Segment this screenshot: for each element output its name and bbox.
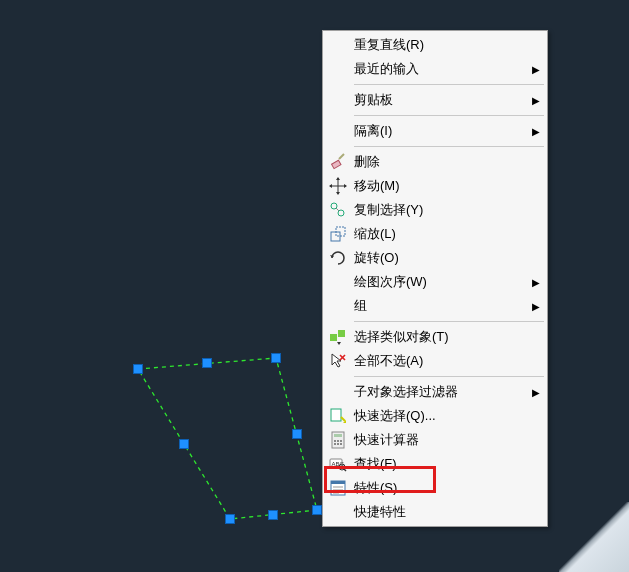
svg-point-29 xyxy=(337,443,339,445)
menu-label: 全部不选(A) xyxy=(352,352,546,370)
spacer-icon xyxy=(324,270,352,294)
menu-label: 复制选择(Y) xyxy=(352,201,546,219)
menu-label: 特性(S) xyxy=(352,479,546,497)
grip-handle[interactable] xyxy=(268,510,278,520)
move-icon xyxy=(324,174,352,198)
grip-handle[interactable] xyxy=(179,439,189,449)
spacer-icon xyxy=(324,500,352,524)
menu-label: 子对象选择过滤器 xyxy=(352,383,530,401)
svg-marker-18 xyxy=(332,354,341,367)
rotate-icon xyxy=(324,246,352,270)
grip-handle[interactable] xyxy=(271,353,281,363)
grip-handle[interactable] xyxy=(133,364,143,374)
svg-text:ABC: ABC xyxy=(332,461,345,467)
spacer-icon xyxy=(324,57,352,81)
find-icon: ABC xyxy=(324,452,352,476)
menu-label: 移动(M) xyxy=(352,177,546,195)
menu-scale[interactable]: 缩放(L) xyxy=(324,222,546,246)
context-menu: 重复直线(R) 最近的输入 ▶ 剪贴板 ▶ 隔离(I) ▶ 删除 xyxy=(322,30,548,527)
svg-point-26 xyxy=(337,440,339,442)
menu-quick-calc[interactable]: 快速计算器 xyxy=(324,428,546,452)
menu-label: 组 xyxy=(352,297,530,315)
menu-label: 快速选择(Q)... xyxy=(352,407,546,425)
grip-handle[interactable] xyxy=(292,429,302,439)
menu-quick-select[interactable]: 快速选择(Q)... xyxy=(324,404,546,428)
submenu-arrow-icon: ▶ xyxy=(530,126,546,137)
menu-rotate[interactable]: 旋转(O) xyxy=(324,246,546,270)
menu-separator xyxy=(354,321,544,322)
menu-label: 快捷特性 xyxy=(352,503,546,521)
submenu-arrow-icon: ▶ xyxy=(530,387,546,398)
svg-marker-6 xyxy=(336,192,340,195)
svg-rect-15 xyxy=(330,334,337,341)
erase-icon xyxy=(324,150,352,174)
menu-deselect-all[interactable]: 全部不选(A) xyxy=(324,349,546,373)
select-similar-icon xyxy=(324,325,352,349)
menu-label: 重复直线(R) xyxy=(352,36,546,54)
menu-subobject-filter[interactable]: 子对象选择过滤器 ▶ xyxy=(324,380,546,404)
svg-rect-16 xyxy=(338,330,345,337)
svg-line-2 xyxy=(339,154,344,159)
menu-quick-properties[interactable]: 快捷特性 xyxy=(324,500,546,524)
svg-rect-1 xyxy=(332,160,341,168)
svg-line-11 xyxy=(336,208,339,211)
svg-marker-5 xyxy=(336,177,340,180)
svg-point-28 xyxy=(334,443,336,445)
scale-icon xyxy=(324,222,352,246)
svg-rect-24 xyxy=(334,434,342,437)
grip-handle[interactable] xyxy=(225,514,235,524)
menu-separator xyxy=(354,376,544,377)
spacer-icon xyxy=(324,88,352,112)
spacer-icon xyxy=(324,380,352,404)
submenu-arrow-icon: ▶ xyxy=(530,301,546,312)
calculator-icon xyxy=(324,428,352,452)
menu-properties[interactable]: 特性(S) xyxy=(324,476,546,500)
submenu-arrow-icon: ▶ xyxy=(530,277,546,288)
menu-label: 查找(F)... xyxy=(352,455,546,473)
grip-handle[interactable] xyxy=(202,358,212,368)
menu-select-similar[interactable]: 选择类似对象(T) xyxy=(324,325,546,349)
menu-label: 隔离(I) xyxy=(352,122,530,140)
properties-icon xyxy=(324,476,352,500)
menu-label: 绘图次序(W) xyxy=(352,273,530,291)
svg-marker-7 xyxy=(329,184,332,188)
svg-marker-17 xyxy=(337,342,341,345)
menu-label: 删除 xyxy=(352,153,546,171)
menu-draw-order[interactable]: 绘图次序(W) ▶ xyxy=(324,270,546,294)
menu-move[interactable]: 移动(M) xyxy=(324,174,546,198)
deselect-icon xyxy=(324,349,352,373)
menu-label: 旋转(O) xyxy=(352,249,546,267)
menu-label: 快速计算器 xyxy=(352,431,546,449)
menu-delete[interactable]: 删除 xyxy=(324,150,546,174)
svg-line-34 xyxy=(344,469,346,471)
spacer-icon xyxy=(324,294,352,318)
menu-repeat-line[interactable]: 重复直线(R) xyxy=(324,33,546,57)
menu-label: 选择类似对象(T) xyxy=(352,328,546,346)
svg-rect-36 xyxy=(331,481,345,484)
submenu-arrow-icon: ▶ xyxy=(530,95,546,106)
submenu-arrow-icon: ▶ xyxy=(530,64,546,75)
svg-point-30 xyxy=(340,443,342,445)
svg-marker-0 xyxy=(138,358,317,519)
menu-group[interactable]: 组 ▶ xyxy=(324,294,546,318)
menu-separator xyxy=(354,146,544,147)
svg-point-25 xyxy=(334,440,336,442)
menu-copy-selection[interactable]: 复制选择(Y) xyxy=(324,198,546,222)
menu-separator xyxy=(354,115,544,116)
drawing-canvas[interactable]: 重复直线(R) 最近的输入 ▶ 剪贴板 ▶ 隔离(I) ▶ 删除 xyxy=(0,0,629,572)
copy-icon xyxy=(324,198,352,222)
menu-recent-input[interactable]: 最近的输入 ▶ xyxy=(324,57,546,81)
svg-point-27 xyxy=(340,440,342,442)
menu-isolate[interactable]: 隔离(I) ▶ xyxy=(324,119,546,143)
menu-clipboard[interactable]: 剪贴板 ▶ xyxy=(324,88,546,112)
menu-label: 缩放(L) xyxy=(352,225,546,243)
grip-handle[interactable] xyxy=(312,505,322,515)
menu-separator xyxy=(354,84,544,85)
spacer-icon xyxy=(324,119,352,143)
quick-select-icon xyxy=(324,404,352,428)
menu-find[interactable]: ABC 查找(F)... xyxy=(324,452,546,476)
spacer-icon xyxy=(324,33,352,57)
svg-marker-8 xyxy=(344,184,347,188)
menu-label: 剪贴板 xyxy=(352,91,530,109)
svg-rect-21 xyxy=(331,409,341,421)
